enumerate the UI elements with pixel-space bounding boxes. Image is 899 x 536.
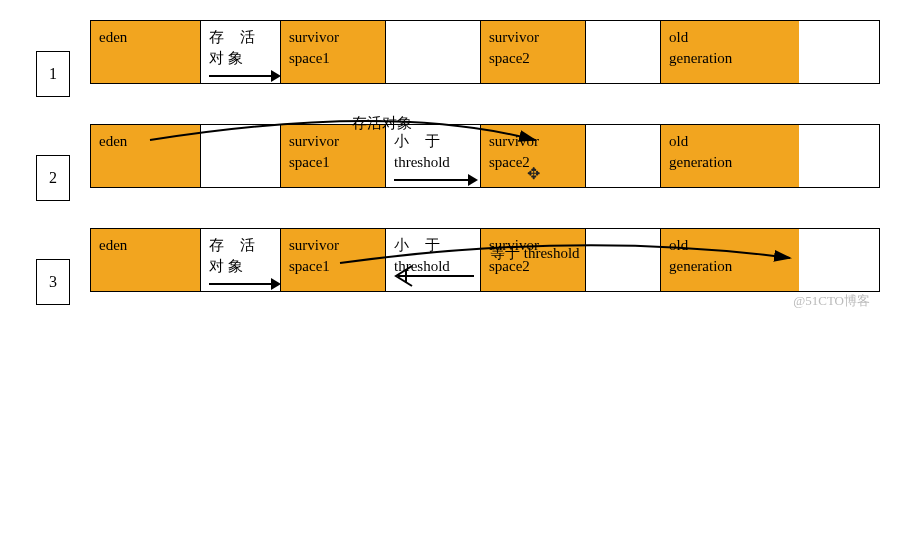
survive-text-l1: 存 活: [209, 27, 272, 48]
eden-box: eden: [91, 125, 201, 187]
old-gen-box: old generation: [661, 125, 799, 187]
old-l1: old: [669, 131, 791, 152]
survivor1-l1: survivor: [289, 235, 377, 256]
arrow-icon: [209, 75, 279, 77]
survivor2-l2: space2: [489, 48, 577, 69]
lt-threshold-slot: 小 于 threshold: [386, 229, 481, 291]
arrow-left-icon: [386, 263, 481, 289]
eden-box: eden: [91, 21, 201, 83]
step-3-row: 3 eden 存 活 对 象 survivor space1 小 于 thres…: [90, 228, 880, 292]
survivor1-l1: survivor: [289, 131, 377, 152]
survive-text-l1: 存 活: [209, 235, 272, 256]
gap-box: [586, 229, 661, 291]
old-l2: generation: [669, 152, 791, 173]
survive-text-l2: 对 象: [209, 48, 272, 69]
survivor1-l2: space1: [289, 256, 377, 277]
survivor2-box: survivor space2 ✥: [481, 125, 586, 187]
survivor2-l1: survivor: [489, 27, 577, 48]
step-2-label: 2: [36, 155, 70, 201]
lt-threshold-l2: threshold: [394, 152, 472, 173]
arrow-icon: [394, 179, 476, 181]
gap-box: [386, 21, 481, 83]
lt-threshold-l1: 小 于: [394, 131, 472, 152]
survivor2-l2: space2: [489, 256, 577, 277]
arrow-icon: [209, 283, 279, 285]
gap-box: [586, 21, 661, 83]
gap-box: [586, 125, 661, 187]
survivor1-l1: survivor: [289, 27, 377, 48]
survive-object-slot: 存 活 对 象: [201, 21, 281, 83]
survivor2-box: survivor space2: [481, 21, 586, 83]
gc-promotion-diagram: 1 eden 存 活 对 象 survivor space1 survivor …: [90, 20, 880, 292]
survivor1-box: survivor space1: [281, 125, 386, 187]
step-2-row: 2 eden survivor space1 小 于 threshold sur…: [90, 124, 880, 188]
eden-box: eden: [91, 229, 201, 291]
move-cursor-icon: ✥: [527, 163, 540, 185]
survivor1-box: survivor space1: [281, 229, 386, 291]
step-3-label: 3: [36, 259, 70, 305]
old-l1: old: [669, 27, 791, 48]
survive-object-slot: 存 活 对 象: [201, 229, 281, 291]
survivor1-l2: space1: [289, 48, 377, 69]
old-l2: generation: [669, 256, 791, 277]
old-gen-box: old generation: [661, 21, 799, 83]
old-gen-box: old generation: [661, 229, 799, 291]
survivor2-box: survivor space2: [481, 229, 586, 291]
step-1-row: 1 eden 存 活 对 象 survivor space1 survivor …: [90, 20, 880, 84]
survivor1-l2: space1: [289, 152, 377, 173]
step-1-label: 1: [36, 51, 70, 97]
old-l1: old: [669, 235, 791, 256]
lt-threshold-slot: 小 于 threshold: [386, 125, 481, 187]
survivor2-l1: survivor: [489, 235, 577, 256]
watermark-text: @51CTO博客: [793, 292, 870, 310]
old-l2: generation: [669, 48, 791, 69]
survive-text-l2: 对 象: [209, 256, 272, 277]
survivor1-box: survivor space1: [281, 21, 386, 83]
lt-threshold-l1: 小 于: [394, 235, 472, 256]
gap-box: [201, 125, 281, 187]
survivor2-l1: survivor: [489, 131, 577, 152]
